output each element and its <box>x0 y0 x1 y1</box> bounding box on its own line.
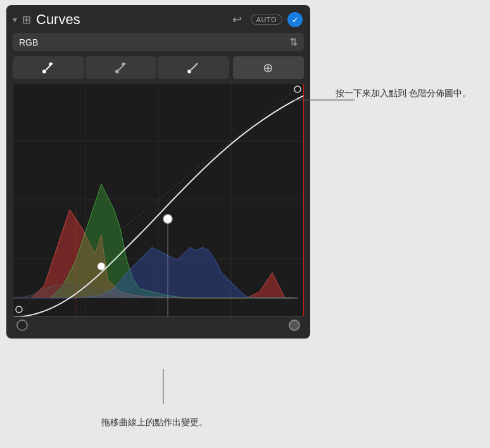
crosshair-icon: ⊕ <box>263 60 273 75</box>
rgb-channel-selector[interactable]: RGB ⇅ <box>13 33 304 51</box>
add-point-button[interactable]: ⊕ <box>233 56 305 79</box>
svg-point-3 <box>115 70 119 73</box>
confirm-button[interactable]: ✓ <box>287 12 303 27</box>
black-point-dropper-button[interactable] <box>13 56 84 79</box>
bottom-droppers-row <box>13 320 304 331</box>
check-icon: ✓ <box>292 15 299 25</box>
panel-title: Curves <box>36 11 223 28</box>
undo-button[interactable]: ↩ <box>229 11 246 28</box>
curves-chart[interactable] <box>13 83 304 317</box>
tools-row: ⊕ <box>13 56 304 79</box>
panel-header: ▾ ⊞ Curves ↩ AUTO ✓ <box>6 5 310 33</box>
svg-point-20 <box>294 86 301 92</box>
white-point-dropper-button[interactable] <box>158 56 229 79</box>
svg-rect-5 <box>121 62 125 66</box>
svg-point-6 <box>187 70 191 73</box>
white-point-dot[interactable] <box>289 320 300 331</box>
svg-point-0 <box>42 70 46 73</box>
gray-point-dropper-button[interactable] <box>85 56 157 79</box>
channel-arrows-icon: ⇅ <box>289 36 298 48</box>
auto-button[interactable]: AUTO <box>251 15 282 25</box>
svg-point-18 <box>97 263 105 270</box>
svg-point-17 <box>16 306 22 313</box>
black-point-dot[interactable] <box>16 320 28 331</box>
svg-line-7 <box>191 63 198 70</box>
rgb-label: RGB <box>19 37 289 47</box>
svg-rect-2 <box>49 62 53 66</box>
collapse-chevron-icon[interactable]: ▾ <box>13 15 17 25</box>
grid-icon: ⊞ <box>22 13 31 27</box>
